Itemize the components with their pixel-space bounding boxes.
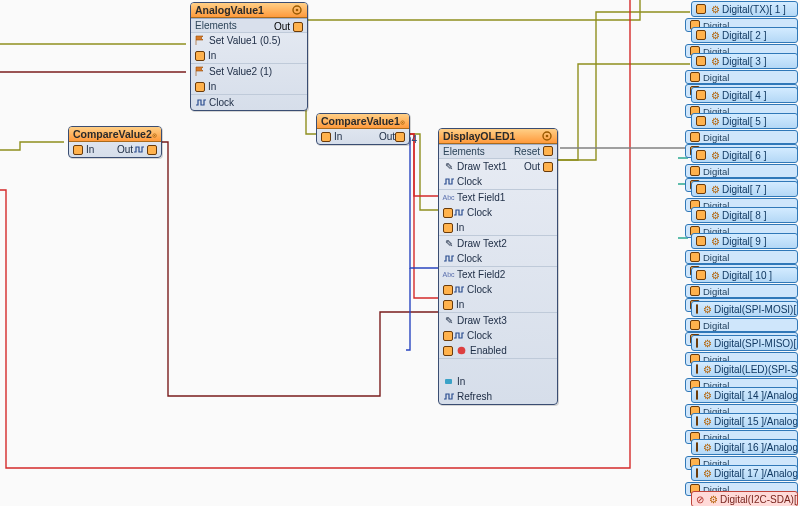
- digital-pin-item[interactable]: ⚙Digital[ 17 ]/AnalogIn: [691, 465, 798, 481]
- node-comparevalue2[interactable]: CompareValue2 In Out: [68, 126, 162, 158]
- refresh-row[interactable]: Refresh: [439, 389, 557, 404]
- pin-icon: [443, 223, 453, 233]
- out-port[interactable]: Out: [274, 21, 303, 32]
- digital-pin-item[interactable]: ⚙Digital[ 10 ]: [691, 267, 798, 283]
- gear-icon: ⚙: [711, 236, 720, 247]
- node-title[interactable]: AnalogValue1: [191, 3, 307, 18]
- out-count: 4: [411, 134, 417, 145]
- pin-icon: [73, 145, 83, 155]
- sub-label: Digital: [703, 286, 729, 297]
- node-title[interactable]: CompareValue2: [69, 127, 161, 142]
- digital-sub[interactable]: Digital: [685, 284, 798, 298]
- pin-icon: [690, 166, 700, 176]
- pin-icon: [696, 4, 706, 14]
- pin-icon: [543, 146, 553, 156]
- digital-pin-item[interactable]: ⚙Digital[ 8 ]: [691, 207, 798, 223]
- digital-pin-item[interactable]: ⚙Digital(SPI-MOSI)[ 1: [691, 301, 798, 317]
- pin-icon: [443, 331, 453, 341]
- digital-pin-item[interactable]: ⚙Digital[ 14 ]/AnalogIn: [691, 387, 798, 403]
- in-bottom-row[interactable]: In: [439, 374, 557, 389]
- gear-icon[interactable]: [152, 128, 157, 140]
- gear-icon: ⚙: [711, 150, 720, 161]
- digital-pin-item[interactable]: ⊘⚙Digital(I2C-SDA)[ 18 ]/Anal: [691, 491, 798, 506]
- digital-pin-item[interactable]: ⚙Digital(LED)(SPI-SCK: [691, 361, 798, 377]
- digital-pin-item[interactable]: ⚙Digital[ 16 ]/AnalogIn: [691, 439, 798, 455]
- textfield2-row[interactable]: AbcText Field2: [439, 266, 557, 282]
- svg-point-7: [546, 135, 549, 138]
- in2-row[interactable]: In: [191, 79, 307, 94]
- digital-sub[interactable]: Digital: [685, 164, 798, 178]
- drawtext1-row[interactable]: ✎Draw Text1 Out: [439, 158, 557, 174]
- pin-icon: [696, 468, 698, 478]
- pin-label: Digital[ 7 ]: [722, 184, 766, 195]
- gear-icon: ⚙: [711, 184, 720, 195]
- gear-icon: ⚙: [703, 338, 712, 349]
- in2-row[interactable]: In: [439, 297, 557, 312]
- digital-sub[interactable]: Digital: [685, 70, 798, 84]
- flag-icon: [195, 66, 206, 77]
- square-wave-icon: [443, 176, 454, 187]
- node-title[interactable]: CompareValue1: [317, 114, 409, 129]
- gear-icon[interactable]: [400, 115, 405, 127]
- reset-label: Reset: [514, 146, 540, 157]
- io-row[interactable]: In Out: [317, 129, 409, 144]
- in1-label: In: [208, 50, 216, 61]
- clock3-row[interactable]: Clock: [439, 251, 557, 266]
- pin-icon: [443, 346, 453, 356]
- in1-label: In: [456, 222, 464, 233]
- in1-row[interactable]: In: [439, 220, 557, 235]
- digital-pin-item[interactable]: ⚙Digital[ 9 ]: [691, 233, 798, 249]
- in1-row[interactable]: In: [191, 48, 307, 63]
- node-displayoled1[interactable]: DisplayOLED1 Elements Reset ✎Draw Text1 …: [438, 128, 558, 405]
- canvas[interactable]: [0, 0, 800, 506]
- textfield1-row[interactable]: AbcText Field1: [439, 189, 557, 205]
- node-title[interactable]: DisplayOLED1: [439, 129, 557, 144]
- digital-pin-item[interactable]: ⚙Digital(TX)[ 1 ]: [691, 1, 798, 17]
- gear-icon: ⚙: [711, 116, 720, 127]
- digital-pin-item[interactable]: ⚙Digital[ 4 ]: [691, 87, 798, 103]
- square-wave-icon: [443, 391, 454, 402]
- setvalue2-row[interactable]: Set Value2 (1): [191, 63, 307, 79]
- drawtext2-row[interactable]: ✎Draw Text2: [439, 235, 557, 251]
- setvalue1-row[interactable]: Set Value1 (0.5): [191, 32, 307, 48]
- enabled-row[interactable]: Enabled: [439, 343, 557, 358]
- gear-icon[interactable]: [291, 4, 303, 16]
- gear-icon[interactable]: [541, 130, 553, 142]
- digital-pin-item[interactable]: ⚙Digital[ 15 ]/AnalogIn: [691, 413, 798, 429]
- drawtext3-row[interactable]: ✎Draw Text3: [439, 312, 557, 328]
- io-row[interactable]: In Out: [69, 142, 161, 157]
- pin-label: Digital(SPI-MOSI)[ 1: [714, 304, 798, 315]
- clock-row[interactable]: Clock: [191, 94, 307, 110]
- clock5-row[interactable]: Clock: [439, 328, 557, 343]
- pin-icon: [443, 300, 453, 310]
- digital-pin-item[interactable]: ⚙Digital[ 2 ]: [691, 27, 798, 43]
- node-analogvalue1[interactable]: AnalogValue1 Elements Set Value1 (0.5) I…: [190, 2, 308, 111]
- digital-pin-item[interactable]: ⚙Digital[ 7 ]: [691, 181, 798, 197]
- pin-label: Digital[ 3 ]: [722, 56, 766, 67]
- digital-pin-cluster[interactable]: ⊘⚙Digital(I2C-SDA)[ 18 ]/Anal: [685, 490, 800, 506]
- digital-pin-item[interactable]: ⚙Digital[ 5 ]: [691, 113, 798, 129]
- digital-pin-item[interactable]: ⚙Digital[ 6 ]: [691, 147, 798, 163]
- svg-point-1: [296, 9, 299, 12]
- arduino-pin-strip[interactable]: ⚙Digital(TX)[ 1 ]Digital⚙Digital[ 2 ]Dig…: [685, 0, 800, 506]
- digital-sub[interactable]: Digital: [685, 130, 798, 144]
- pin-label: Digital[ 10 ]: [722, 270, 772, 281]
- square-wave-icon: [453, 284, 464, 295]
- digital-sub[interactable]: Digital: [685, 250, 798, 264]
- pin-icon: [195, 51, 205, 61]
- clock1-label: Clock: [457, 176, 482, 187]
- clock2-row[interactable]: Clock: [439, 205, 557, 220]
- clock4-row[interactable]: Clock: [439, 282, 557, 297]
- out-label: Out: [524, 161, 540, 172]
- node-comparevalue1[interactable]: CompareValue1 In Out 4: [316, 113, 410, 145]
- pin-icon: [147, 145, 157, 155]
- clock1-row[interactable]: Clock: [439, 174, 557, 189]
- digital-pin-item[interactable]: ⚙Digital[ 3 ]: [691, 53, 798, 69]
- pin-icon: [696, 210, 706, 220]
- digital-sub[interactable]: Digital: [685, 318, 798, 332]
- square-wave-icon: [195, 97, 206, 108]
- svg-point-5: [402, 122, 403, 123]
- digital-pin-item[interactable]: ⚙Digital(SPI-MISO)[ 1: [691, 335, 798, 351]
- pin-icon: [195, 82, 205, 92]
- sub-label: Digital: [703, 252, 729, 263]
